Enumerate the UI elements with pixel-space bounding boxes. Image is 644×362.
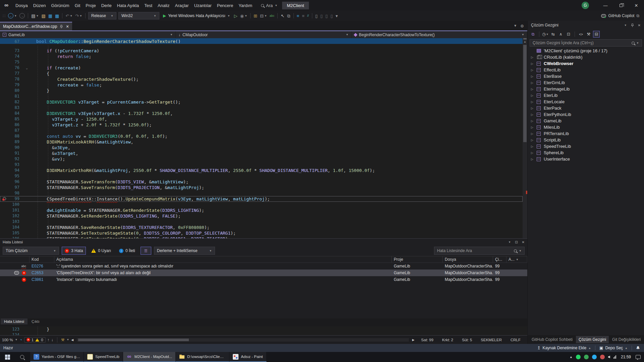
breakpoint-margin[interactable]: [0, 168, 8, 173]
breadcrumb-segment-2[interactable]: BeginRenderCharacterShadowToTexture()▼: [352, 31, 527, 38]
add-to-source-control-button[interactable]: ↥ Kaynak Denetimine Ekle ▲: [533, 344, 595, 352]
code-snippet-icon[interactable]: ⧉: [286, 12, 291, 19]
redo-icon[interactable]: ↷▼: [74, 12, 84, 19]
column-a[interactable]: A...▼: [506, 256, 527, 262]
code-line-83[interactable]: 83: [0, 105, 523, 111]
tree-item-etergrnlib[interactable]: ▷++EterGrnLib: [528, 79, 644, 86]
menu-araçlar[interactable]: Araçlar: [172, 2, 192, 9]
tree-item-eterpythonlib[interactable]: ▷++EterPythonLib: [528, 111, 644, 118]
volume-icon[interactable]: [608, 356, 610, 358]
start-button[interactable]: [0, 352, 15, 362]
breakpoint-margin[interactable]: [0, 133, 8, 139]
error-list-search-input[interactable]: Hata Listesinde Ara ▼: [434, 247, 525, 255]
code-line-95[interactable]: 95: [0, 173, 523, 179]
code-line-123[interactable]: 123 }: [0, 326, 527, 332]
code-line-79[interactable]: 79 recreate = false;: [0, 82, 523, 88]
bookmark-toggle-icon[interactable]: ▯: [314, 12, 319, 19]
start-without-debugging-icon[interactable]: ▷: [233, 12, 239, 19]
code-line-88[interactable]: 88 const auto vv = D3DXVECTOR3(0.0f, 0.0…: [0, 133, 523, 139]
properties-icon[interactable]: ⊡: [565, 31, 572, 38]
taskbar-app-help[interactable]: ?Yardım - OSF files göl...: [30, 352, 84, 362]
breakpoint-margin[interactable]: [0, 236, 8, 238]
clock[interactable]: 21:59: [620, 355, 632, 359]
document-tab[interactable]: MapOutdoorC...erShadow.cpp ✕: [0, 22, 72, 31]
tool-tab-çözüm-gezgini[interactable]: Çözüm Gezgini: [576, 336, 609, 343]
breakpoint-margin[interactable]: [0, 230, 8, 236]
scrollbar-thumb[interactable]: [523, 45, 527, 142]
expand-arrow-icon[interactable]: ▷: [531, 132, 536, 135]
view-code-icon[interactable]: <>: [578, 31, 584, 38]
start-debugging-button[interactable]: ▶ Yerel Windows Hata Ayıklayıcısı ▼: [160, 13, 233, 18]
expand-arrow-icon[interactable]: ▷: [531, 107, 536, 110]
breakpoint-margin[interactable]: [0, 122, 8, 128]
tree-item-crootlib-kald-r-ld-[interactable]: ▷CRootLib (kaldırıldı): [528, 54, 644, 60]
active-project-pill[interactable]: M2Client: [282, 2, 309, 9]
breakpoint-margin[interactable]: [0, 162, 8, 168]
breadcrumb-segment-1[interactable]: ↓CMapOutdoor▼: [176, 31, 352, 38]
copilot-status[interactable]: GitHub Copilot ⧉: [601, 13, 639, 18]
code-line-74[interactable]: 74 return false;: [0, 54, 523, 59]
expand-arrow-icon[interactable]: ▷: [531, 145, 536, 148]
account-avatar[interactable]: G: [582, 2, 589, 9]
tree-item-mileslib[interactable]: ▷++MilesLib: [528, 124, 644, 130]
breakpoint-margin[interactable]: [0, 99, 8, 105]
code-line-81[interactable]: 81: [0, 94, 523, 99]
expand-arrow-icon[interactable]: ▷: [531, 75, 536, 78]
code-line-99[interactable]: 99 CSpeedTreeDirectX::Instance().UpdateC…: [0, 196, 523, 202]
column-filter-icon[interactable]: ▼: [516, 258, 519, 261]
collapse-all-icon[interactable]: ∧: [557, 31, 564, 38]
code-line-96[interactable]: 96 STATEMANAGER.SaveTransform(D3DTS_VIEW…: [0, 179, 523, 185]
next-issue-icon[interactable]: ↓: [51, 338, 53, 342]
code-line-85[interactable]: 85 v3Target.y - 1250.0f,: [0, 116, 523, 122]
tree-item-prterrainlib[interactable]: ▷++PRTerrainLib: [528, 130, 644, 137]
configuration-dropdown[interactable]: Release▼: [88, 12, 116, 19]
expand-arrow-icon[interactable]: ▷: [531, 62, 536, 65]
save-all-icon[interactable]: ▩: [54, 12, 60, 19]
tab-list-chevron-icon[interactable]: ▼: [514, 24, 517, 28]
breakpoint-margin[interactable]: [0, 111, 8, 116]
code-line-91[interactable]: 91 &v3Target,: [0, 150, 523, 156]
tree-item-eterlib[interactable]: ▷++EterLib: [528, 92, 644, 99]
code-tail-strip[interactable]: 123 }124: [0, 326, 527, 335]
breakpoint-margin[interactable]: [0, 105, 8, 111]
bookmark-prev-icon[interactable]: ▯: [319, 12, 324, 19]
scroll-right-icon[interactable]: ▶: [412, 338, 415, 342]
expand-arrow-icon[interactable]: ▷: [531, 151, 536, 155]
code-line-75[interactable]: 75: [0, 59, 523, 65]
search-control[interactable]: Ara ▼: [261, 3, 277, 8]
format-icon[interactable]: ≡: [301, 12, 306, 19]
scrollbar-thumb[interactable]: [78, 339, 189, 341]
tree-item-solution[interactable]: 'M2Client' çözümü (proje 16 / 17): [528, 48, 644, 54]
expand-arrow-icon[interactable]: ▷: [531, 138, 536, 142]
open-file-icon[interactable]: ▧: [40, 12, 47, 19]
preview-selected-items-icon[interactable]: ⊟: [593, 31, 600, 38]
tree-item-speedtreelib[interactable]: ▷++SpeedTreeLib: [528, 143, 644, 149]
sync-with-active-document-icon[interactable]: ⇆: [550, 31, 556, 38]
toolbar-drag-handle[interactable]: ∷: [1, 12, 7, 19]
code-line-82[interactable]: 82 D3DXVECTOR3 v3Target = pCurrentCamera…: [0, 99, 523, 105]
code-line-103[interactable]: 103: [0, 219, 523, 225]
expand-arrow-icon[interactable]: ▷: [531, 56, 536, 59]
horizontal-scrollbar[interactable]: [77, 338, 409, 342]
code-line-94[interactable]: 94 D3DXMatrixOrthoRH(&matLightProj, 2550…: [0, 168, 523, 173]
hidden-icons-chevron[interactable]: ▲: [570, 355, 573, 359]
code-line-86[interactable]: 86 v3Target.z + 2.0f * 1.732f * 1250.0f)…: [0, 122, 523, 128]
panel-maximize-icon[interactable]: ⊡: [515, 240, 518, 244]
menu-test[interactable]: Test: [142, 2, 155, 9]
error-scope-dropdown[interactable]: Tüm Çözüm▼: [3, 247, 59, 255]
solution-explorer-search-input[interactable]: Çözüm Gezgini İçinde Ara (Ctrl+ş) ▼: [530, 39, 642, 47]
error-list-header[interactable]: KodAçıklamaProjeDosyaÇi...A...▼: [0, 256, 527, 263]
expand-arrow-icon[interactable]: ▷: [531, 87, 536, 91]
column-icon[interactable]: [0, 256, 30, 262]
breakpoint-margin[interactable]: [0, 190, 8, 196]
panel-tab-hata-listesi[interactable]: Hata Listesi: [1, 318, 28, 324]
menu-görünüm[interactable]: Görünüm: [48, 2, 72, 9]
tree-item-eterbase[interactable]: ▷++EterBase: [528, 73, 644, 79]
restore-button[interactable]: [613, 0, 629, 11]
breakpoint-margin[interactable]: [0, 76, 8, 82]
switch-views-icon[interactable]: ⧉: [530, 31, 536, 38]
menu-proje[interactable]: Proje: [83, 2, 98, 9]
breakpoint-margin[interactable]: [0, 48, 8, 54]
platform-dropdown[interactable]: Win32▼: [118, 12, 159, 19]
prev-issue-icon[interactable]: ↑: [48, 338, 50, 342]
